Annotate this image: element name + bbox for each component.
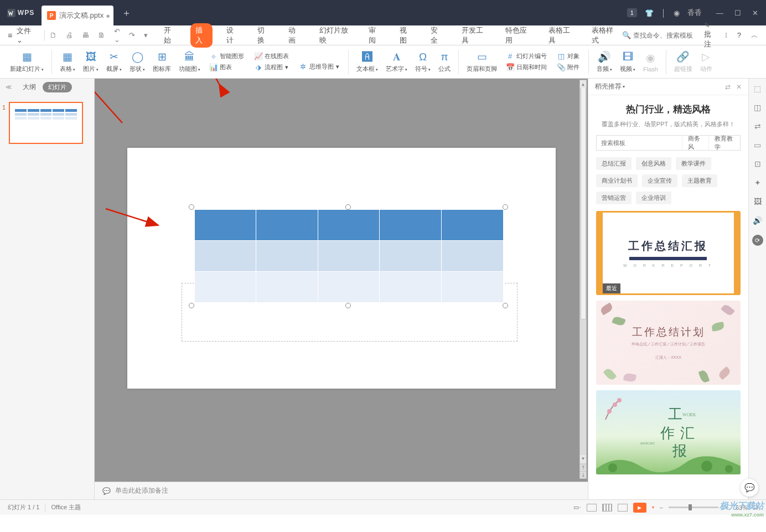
- vertical-scrollbar[interactable]: ▲ ▼ ⤒⤓: [579, 80, 587, 479]
- new-slide-button[interactable]: ▦新建幻灯片▾: [7, 48, 47, 76]
- tag-theme-edu[interactable]: 主题教育: [682, 174, 717, 187]
- file-menu[interactable]: 文件 ⌄: [17, 26, 37, 44]
- tab-animation[interactable]: 动画: [283, 23, 306, 48]
- close-window-icon[interactable]: ✕: [752, 9, 758, 17]
- mindmap-button[interactable]: ✲思维导图 ▾: [297, 62, 341, 71]
- chat-bubble-icon[interactable]: 💬: [741, 479, 758, 497]
- tab-slideshow[interactable]: 幻灯片放映: [314, 23, 355, 48]
- collapse-panel-icon[interactable]: ≪: [6, 84, 12, 91]
- equation-button[interactable]: π公式: [435, 48, 454, 76]
- screenshot-button[interactable]: ✂截屏▾: [103, 48, 125, 76]
- rail-split-icon[interactable]: ◫: [754, 103, 761, 112]
- tag-courseware[interactable]: 教学课件: [676, 157, 711, 170]
- rail-props-icon[interactable]: ⊡: [754, 159, 761, 168]
- tag-summary[interactable]: 总结汇报: [596, 157, 632, 170]
- tab-transition[interactable]: 切换: [252, 23, 275, 48]
- rail-design-icon[interactable]: ⬚: [754, 84, 761, 93]
- tag-marketing[interactable]: 营销运营: [596, 192, 632, 204]
- user-avatar-icon[interactable]: ◉: [674, 9, 680, 17]
- icon-lib-button[interactable]: ⊞图标库: [149, 48, 174, 76]
- rail-transition-icon[interactable]: ⇄: [754, 122, 761, 131]
- attachment-button[interactable]: 📎附件: [555, 63, 582, 72]
- sorter-view-icon[interactable]: [602, 504, 612, 512]
- slide-thumbnail[interactable]: 1: [9, 102, 85, 144]
- table-button[interactable]: ▦表格▾: [56, 48, 79, 76]
- picture-button[interactable]: 🖼图片▾: [80, 48, 102, 76]
- rail-image-icon[interactable]: 🖼: [754, 197, 762, 206]
- tab-special[interactable]: 特色应用: [500, 23, 535, 48]
- undo-icon[interactable]: ↶ ⌄: [114, 27, 120, 44]
- tab-security[interactable]: 安全: [426, 23, 448, 48]
- tab-review[interactable]: 审阅: [364, 23, 386, 48]
- notification-badge[interactable]: 1: [627, 8, 637, 17]
- panel-close-icon[interactable]: ✕: [736, 83, 742, 91]
- tab-table-tools[interactable]: 表格工具: [544, 23, 578, 48]
- textbox-button[interactable]: 🅰文本框▾: [353, 48, 381, 76]
- notes-toggle-icon[interactable]: ▭·: [573, 504, 581, 511]
- tag-training[interactable]: 企业培训: [636, 192, 671, 204]
- chart-button[interactable]: 📊图表: [207, 63, 246, 72]
- outline-tab[interactable]: 大纲: [23, 82, 36, 92]
- user-name[interactable]: 香香: [687, 8, 702, 18]
- template-search-input[interactable]: [597, 136, 682, 150]
- slideshow-button[interactable]: ▶: [633, 503, 646, 513]
- object-button[interactable]: ◫对象: [555, 51, 582, 61]
- tag-business-plan[interactable]: 商业计划书: [596, 174, 638, 187]
- slide[interactable]: [127, 148, 556, 389]
- scroll-up-icon[interactable]: ▲: [580, 80, 586, 88]
- reading-view-icon[interactable]: [618, 504, 628, 512]
- normal-view-icon[interactable]: [587, 504, 597, 512]
- smart-shape-button[interactable]: ⟐智能图形: [207, 51, 246, 61]
- rail-select-icon[interactable]: ▭: [754, 141, 761, 149]
- document-tab[interactable]: P 演示文稿.pptx ●: [42, 6, 113, 25]
- tag-corporate[interactable]: 企业宣传: [642, 174, 677, 187]
- notes-bar[interactable]: 💬 单击此处添加备注: [95, 482, 588, 499]
- search-input[interactable]: [633, 32, 694, 39]
- redo-icon[interactable]: ↷: [129, 31, 135, 39]
- scroll-down-icon[interactable]: ▼: [580, 455, 586, 463]
- scroll-thumb[interactable]: [581, 81, 586, 319]
- template-card-1[interactable]: 工作总结汇报 W O R K R E P O R T 最近: [596, 211, 741, 295]
- tag-creative[interactable]: 创意风格: [636, 157, 671, 170]
- wordart-button[interactable]: 𝐀艺术字▾: [382, 48, 411, 76]
- datetime-button[interactable]: 📅日期和时间: [504, 63, 549, 72]
- tab-table-style[interactable]: 表格样式: [587, 23, 621, 48]
- approve-button[interactable]: ✎ 批注: [704, 21, 715, 49]
- prev-slide-icon[interactable]: ⤒: [580, 464, 586, 471]
- inserted-table[interactable]: [194, 209, 504, 303]
- next-slide-icon[interactable]: ⤓: [580, 471, 586, 478]
- export-icon[interactable]: 🗎: [98, 31, 105, 39]
- rail-audio-icon[interactable]: 🔊: [753, 216, 762, 225]
- flowchart-button[interactable]: ⬗流程图 ▾: [252, 63, 291, 72]
- print-icon[interactable]: 🖶: [82, 31, 89, 39]
- resize-handle-nw[interactable]: [189, 204, 194, 210]
- tab-home[interactable]: 开始: [159, 23, 181, 48]
- tab-view[interactable]: 视图: [395, 23, 417, 48]
- rail-ai-icon[interactable]: ⟳: [752, 235, 763, 246]
- collapse-ribbon-icon[interactable]: ︿: [751, 30, 758, 40]
- zoom-slider[interactable]: [669, 507, 718, 508]
- template-card-3[interactable]: 工 WORK 汇 作 报 REPORT: [596, 390, 741, 474]
- online-chart-button[interactable]: 📈在线图表: [252, 51, 291, 61]
- notes-placeholder[interactable]: 单击此处添加备注: [115, 486, 168, 495]
- settings-icon[interactable]: ⁝: [725, 31, 727, 39]
- zoom-knob[interactable]: [689, 504, 692, 510]
- shape-button[interactable]: ◯形状▾: [126, 48, 148, 76]
- save-icon[interactable]: 🗋: [50, 31, 57, 39]
- symbol-button[interactable]: Ω符号▾: [412, 48, 434, 76]
- panel-menu-icon[interactable]: ⇄: [725, 83, 731, 91]
- rail-animation-icon[interactable]: ✦: [754, 178, 761, 187]
- maximize-icon[interactable]: ☐: [734, 9, 741, 17]
- minimize-icon[interactable]: ―: [716, 9, 723, 17]
- help-icon[interactable]: ?: [737, 31, 741, 39]
- tab-insert[interactable]: 插入: [190, 23, 213, 48]
- slides-tab[interactable]: 幻灯片: [43, 82, 72, 92]
- more-quick-icon[interactable]: ▾: [144, 31, 148, 39]
- tab-design[interactable]: 设计: [221, 23, 244, 48]
- hamburger-icon[interactable]: ≡: [8, 31, 12, 40]
- tab-developer[interactable]: 开发工具: [457, 23, 491, 48]
- audio-button[interactable]: 🔊音频▾: [593, 48, 615, 76]
- command-search[interactable]: 🔍: [622, 31, 694, 39]
- new-tab-button[interactable]: ＋: [118, 7, 134, 19]
- print-preview-icon[interactable]: 🖨: [66, 31, 73, 39]
